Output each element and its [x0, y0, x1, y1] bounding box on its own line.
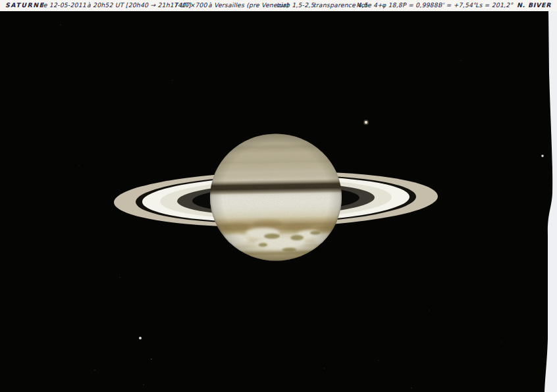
moon-dot	[365, 121, 367, 124]
ring-tilt-value: B' = +7,54°	[438, 1, 476, 9]
object-title: SATURNE	[5, 1, 45, 9]
observer-signature: N. BIVER	[517, 1, 551, 9]
handwritten-header: SATURNE le 12-05-2011 à 20h52 UT [20h40 …	[0, 0, 557, 11]
star-dot-lower-left	[139, 337, 142, 339]
observation-date: le 12-05-2011	[41, 1, 86, 9]
telescope-power: T407×700	[174, 1, 207, 9]
star-dot-right	[541, 155, 544, 157]
phase-value: P = 0,9988	[402, 1, 438, 9]
scanned-observation-sheet: SATURNE le 12-05-2011 à 20h52 UT [20h40 …	[0, 0, 557, 392]
quality-rating: Note 4+	[356, 1, 383, 9]
apparent-diameter: φ 18,8″	[382, 1, 405, 9]
solar-longitude-value: Ls = 201,2°	[475, 1, 513, 9]
seeing-note: turb 1,5-2,5	[277, 1, 315, 9]
saturn-sketch-canvas	[0, 0, 557, 392]
